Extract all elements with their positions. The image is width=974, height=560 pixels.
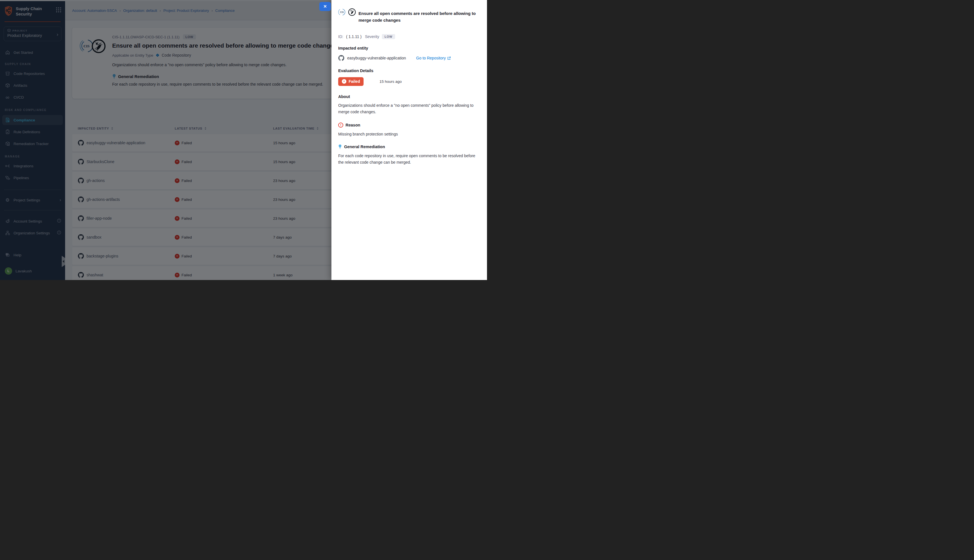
reason-alert-icon: ! — [338, 123, 343, 128]
reason-text: Missing branch protection settings — [338, 131, 477, 137]
drawer-title: Ensure all open comments are resolved be… — [359, 10, 479, 23]
severity-badge: LOW — [382, 34, 395, 39]
modal-overlay[interactable] — [0, 0, 332, 280]
about-heading: About — [338, 94, 479, 99]
status-badge: ✕ Failed — [338, 77, 364, 86]
evaluation-details-heading: Evaluation Details — [338, 68, 479, 73]
impacted-entity-heading: Impacted entity — [338, 46, 479, 50]
severity-label: Severity — [365, 34, 379, 39]
app-screen: Supply ChainSecurity PROJECT Product Exp… — [0, 0, 487, 280]
cis-logo: CIS — [338, 8, 345, 16]
lightbulb-icon — [338, 144, 342, 149]
evaluation-time: 15 hours ago — [379, 80, 402, 84]
github-icon — [338, 55, 344, 61]
failed-x-icon: ✕ — [342, 79, 346, 84]
impacted-entity-name: easybuggy-vulnerable-application — [347, 56, 406, 60]
close-icon[interactable]: ✕ — [319, 2, 331, 11]
external-link-icon — [447, 56, 451, 60]
id-label: ID: — [338, 34, 343, 39]
about-text: Organizations should enforce a "no open … — [338, 102, 477, 115]
rule-details-drawer: CIS Ensure all open comments are resolve… — [332, 0, 487, 280]
id-value: ( 1.1.11 ) — [346, 34, 362, 39]
general-remediation-text: For each code repository in use, require… — [338, 153, 477, 166]
svg-text:CIS: CIS — [340, 11, 344, 13]
go-to-repository-link[interactable]: Go to Repository — [416, 56, 451, 60]
general-remediation-heading: General Remediation — [344, 145, 385, 149]
owasp-wasp-logo — [348, 8, 356, 16]
reason-heading: Reason — [345, 123, 360, 127]
